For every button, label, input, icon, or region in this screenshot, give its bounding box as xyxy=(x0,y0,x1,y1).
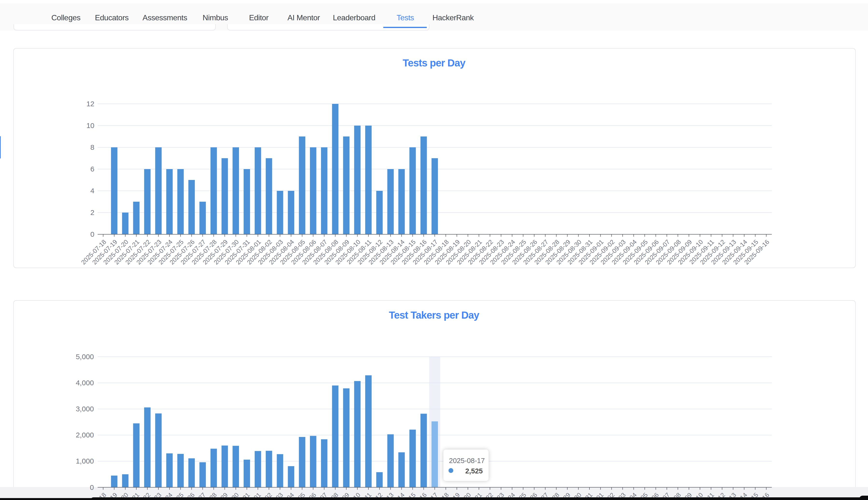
svg-text:0: 0 xyxy=(90,483,94,491)
svg-text:5,000: 5,000 xyxy=(76,353,94,361)
svg-text:4,000: 4,000 xyxy=(76,379,94,387)
svg-text:3,000: 3,000 xyxy=(76,405,94,413)
svg-text:1,000: 1,000 xyxy=(76,457,94,465)
svg-text:2,000: 2,000 xyxy=(76,431,94,439)
